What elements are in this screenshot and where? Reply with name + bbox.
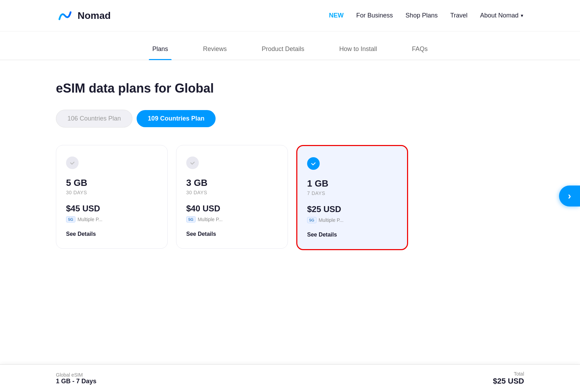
plan-network-5gb: 5G Multiple P...	[66, 216, 158, 223]
nav-item-for-business[interactable]: For Business	[356, 12, 393, 19]
plan-price-3gb: $40 USD	[186, 204, 278, 213]
nomad-logo-icon	[56, 7, 74, 25]
nav-item-travel[interactable]: Travel	[450, 12, 467, 19]
check-icon-5gb	[66, 157, 79, 169]
tab-faqs[interactable]: FAQs	[408, 38, 431, 60]
header: Nomad NEW For Business Shop Plans Travel…	[0, 0, 580, 31]
badge-5g-3gb: 5G	[186, 216, 196, 223]
page-title: eSIM data plans for Global	[56, 81, 524, 96]
main-nav: NEW For Business Shop Plans Travel About…	[329, 12, 524, 19]
bottom-bar: Global eSIM 1 GB - 7 Days Total $25 USD	[0, 364, 580, 392]
plan-toggle: 106 Countries Plan 109 Countries Plan	[56, 110, 524, 128]
plan-data-3gb: 3 GB	[186, 177, 278, 188]
total-price: $25 USD	[493, 377, 524, 386]
nav-item-about-nomad[interactable]: About Nomad ▼	[480, 12, 524, 19]
plan-network-3gb: 5G Multiple P...	[186, 216, 278, 223]
float-action-button[interactable]: ›	[559, 186, 580, 206]
see-details-1gb[interactable]: See Details	[307, 232, 397, 238]
plan-106-countries-btn[interactable]: 106 Countries Plan	[56, 110, 132, 128]
float-arrow-icon: ›	[568, 190, 571, 202]
plan-card-1gb[interactable]: 1 GB 7 DAYS $25 USD 5G Multiple P... See…	[296, 145, 408, 250]
chevron-down-icon: ▼	[520, 13, 524, 18]
logo-text: Nomad	[78, 10, 111, 21]
plan-109-countries-btn[interactable]: 109 Countries Plan	[137, 110, 216, 127]
plan-days-3gb: 30 DAYS	[186, 190, 278, 195]
bottom-plan-title: 1 GB - 7 Days	[56, 378, 96, 385]
plan-price-5gb: $45 USD	[66, 204, 158, 213]
bottom-total-info: Total $25 USD	[493, 371, 524, 386]
plan-data-5gb: 5 GB	[66, 177, 158, 188]
plan-data-1gb: 1 GB	[307, 178, 397, 189]
tabs-list: Plans Reviews Product Details How to Ins…	[149, 38, 431, 60]
plans-grid: 5 GB 30 DAYS $45 USD 5G Multiple P... Se…	[56, 145, 524, 250]
badge-5g-1gb: 5G	[307, 217, 317, 223]
check-icon-3gb	[186, 157, 199, 169]
plan-card-5gb[interactable]: 5 GB 30 DAYS $45 USD 5G Multiple P... Se…	[56, 145, 168, 249]
tab-reviews[interactable]: Reviews	[200, 38, 230, 60]
main-content: eSIM data plans for Global 106 Countries…	[0, 60, 580, 264]
plan-card-3gb[interactable]: 3 GB 30 DAYS $40 USD 5G Multiple P... Se…	[176, 145, 288, 249]
plan-network-1gb: 5G Multiple P...	[307, 217, 397, 223]
tabs-section: Plans Reviews Product Details How to Ins…	[0, 38, 580, 60]
badge-5g-5gb: 5G	[66, 216, 75, 223]
total-label: Total	[514, 371, 524, 377]
see-details-3gb[interactable]: See Details	[186, 231, 278, 237]
nav-item-new[interactable]: NEW	[329, 12, 344, 19]
plan-days-5gb: 30 DAYS	[66, 190, 158, 195]
tab-plans[interactable]: Plans	[149, 38, 172, 60]
bottom-plan-label: Global eSIM	[56, 372, 96, 378]
bottom-plan-info: Global eSIM 1 GB - 7 Days	[56, 372, 96, 385]
nav-item-shop-plans[interactable]: Shop Plans	[406, 12, 438, 19]
tab-product-details[interactable]: Product Details	[258, 38, 308, 60]
plan-days-1gb: 7 DAYS	[307, 190, 397, 196]
check-icon-1gb	[307, 157, 320, 170]
tab-how-to-install[interactable]: How to Install	[336, 38, 380, 60]
see-details-5gb[interactable]: See Details	[66, 231, 158, 237]
plan-price-1gb: $25 USD	[307, 204, 397, 214]
logo-area: Nomad	[56, 7, 111, 25]
